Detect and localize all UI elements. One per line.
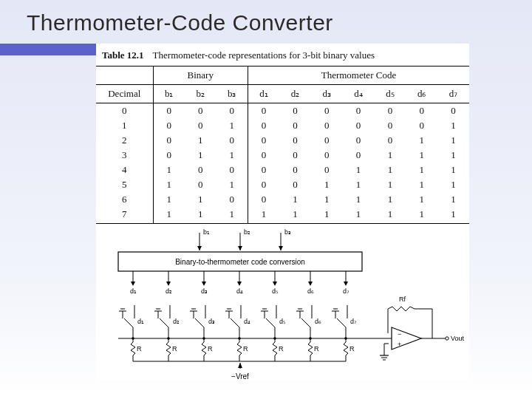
svg-marker-113 bbox=[238, 363, 242, 368]
page-title: Thermometer-Code Converter bbox=[27, 10, 333, 35]
svg-text:−: − bbox=[398, 330, 401, 338]
svg-text:R: R bbox=[279, 345, 284, 352]
svg-marker-11 bbox=[131, 282, 135, 286]
table-row: Binary Thermometer Code bbox=[96, 66, 469, 85]
svg-marker-23 bbox=[273, 282, 277, 286]
svg-text:Vout: Vout bbox=[451, 335, 465, 342]
svg-text:d₃: d₃ bbox=[208, 318, 215, 325]
svg-line-87 bbox=[337, 318, 346, 327]
table-caption: Table 12.1 Thermometer-code representati… bbox=[96, 44, 469, 66]
thermo-group-header: Thermometer Code bbox=[248, 66, 469, 85]
accent-bar bbox=[0, 44, 96, 55]
svg-marker-4 bbox=[238, 246, 242, 250]
svg-text:d₅: d₅ bbox=[279, 318, 286, 325]
svg-text:b₁: b₁ bbox=[203, 228, 210, 236]
svg-text:R: R bbox=[314, 345, 319, 352]
svg-text:d₁: d₁ bbox=[130, 287, 137, 295]
svg-text:+: + bbox=[398, 341, 401, 348]
svg-marker-17 bbox=[202, 282, 206, 286]
table-row: 41000001111 bbox=[96, 163, 469, 177]
svg-text:d₄: d₄ bbox=[236, 287, 243, 295]
svg-text:−Vref: −Vref bbox=[231, 372, 249, 381]
svg-text:R: R bbox=[172, 345, 177, 352]
table-row: 10010000001 bbox=[96, 118, 469, 133]
table-row: 71111111111 bbox=[96, 207, 469, 224]
table-row: 30110000111 bbox=[96, 148, 469, 163]
decimal-header: Decimal bbox=[96, 85, 153, 103]
svg-text:d₇: d₇ bbox=[350, 318, 357, 325]
table-row: 51010011111 bbox=[96, 177, 469, 192]
svg-marker-96 bbox=[392, 327, 421, 349]
svg-text:d₄: d₄ bbox=[244, 318, 250, 325]
svg-line-33 bbox=[124, 318, 133, 327]
svg-text:R: R bbox=[243, 345, 248, 352]
svg-marker-26 bbox=[308, 282, 313, 286]
svg-text:d₆: d₆ bbox=[315, 318, 321, 325]
table-row: Decimal b₁ b₂ b₃ d₁ d₂ d₃ d₄ d₅ d₆ d₇ bbox=[96, 85, 469, 103]
svg-text:b₃: b₃ bbox=[284, 228, 291, 236]
table-row: 61100111111 bbox=[96, 192, 469, 207]
svg-text:d₂: d₂ bbox=[166, 287, 172, 295]
content-panel: Table 12.1 Thermometer-code representati… bbox=[96, 44, 469, 380]
svg-line-69 bbox=[266, 318, 275, 327]
svg-marker-7 bbox=[279, 246, 283, 250]
svg-text:Rf: Rf bbox=[399, 296, 406, 303]
table-row: 20100000011 bbox=[96, 133, 469, 148]
svg-marker-20 bbox=[237, 282, 242, 286]
svg-text:d₆: d₆ bbox=[307, 287, 314, 295]
svg-text:R: R bbox=[208, 345, 213, 352]
svg-text:d₁: d₁ bbox=[137, 318, 144, 325]
block-label: Binary-to-thermometer code conversion bbox=[175, 258, 305, 266]
svg-marker-14 bbox=[166, 282, 171, 286]
circuit-diagram: b₁b₂b₃ Binary-to-thermometer code conver… bbox=[96, 224, 469, 386]
svg-text:d₂: d₂ bbox=[173, 318, 180, 325]
svg-line-60 bbox=[231, 318, 239, 327]
svg-line-42 bbox=[160, 318, 168, 327]
table-row: 00000000000 bbox=[96, 103, 469, 119]
svg-text:d₅: d₅ bbox=[272, 287, 279, 295]
svg-text:d₇: d₇ bbox=[343, 287, 349, 295]
svg-text:b₂: b₂ bbox=[244, 228, 250, 236]
svg-text:R: R bbox=[137, 345, 142, 352]
binary-group-header: Binary bbox=[153, 66, 248, 85]
svg-line-51 bbox=[195, 318, 204, 327]
svg-line-78 bbox=[301, 318, 310, 327]
truth-table: Binary Thermometer Code Decimal b₁ b₂ b₃… bbox=[96, 66, 469, 224]
table-caption-text: Thermometer-code representations for 3-b… bbox=[153, 50, 375, 61]
table-number: Table 12.1 bbox=[102, 50, 144, 61]
svg-text:d₃: d₃ bbox=[201, 287, 208, 295]
svg-point-108 bbox=[446, 337, 449, 340]
svg-marker-29 bbox=[344, 282, 348, 286]
svg-marker-1 bbox=[197, 246, 202, 250]
svg-text:R: R bbox=[349, 345, 355, 352]
